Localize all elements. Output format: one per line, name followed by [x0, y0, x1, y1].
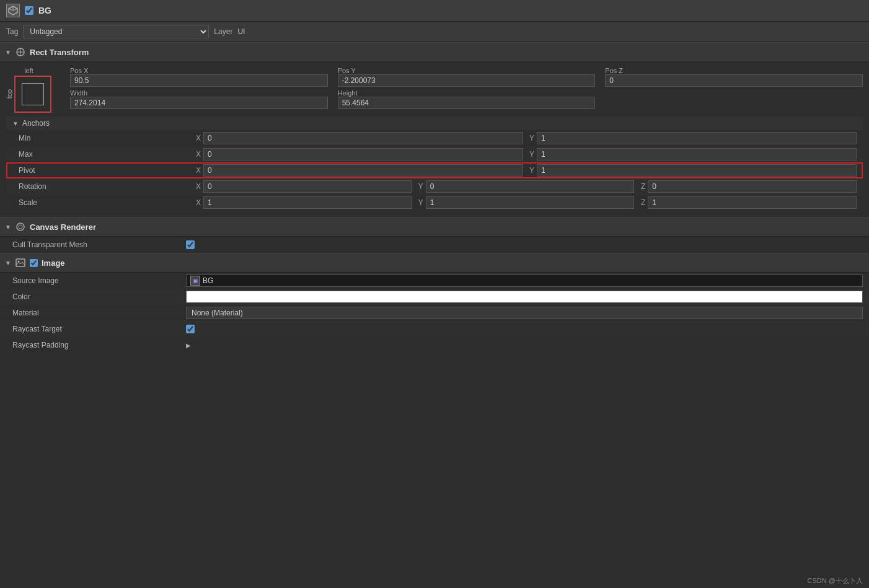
material-value: None (Material) [186, 307, 863, 319]
rotation-z-input[interactable] [648, 180, 857, 193]
canvas-renderer-icon [15, 221, 26, 232]
anchors-min-x-label: X [192, 134, 201, 143]
anchors-label: Anchors [22, 119, 50, 128]
material-input[interactable]: None (Material) [186, 307, 863, 319]
anchors-min-label: Min [19, 134, 192, 143]
pos-y-input[interactable] [338, 74, 596, 87]
source-image-row: Source Image ▣ BG [0, 273, 869, 289]
svg-point-7 [17, 223, 24, 230]
tag-layer-row: Tag Untagged Layer UI [0, 22, 869, 42]
width-label: Width [70, 89, 328, 97]
scale-x-input[interactable] [203, 196, 412, 209]
anchors-max-x-input[interactable] [203, 148, 523, 160]
scale-label: Scale [19, 198, 192, 207]
raycast-padding-label: Raycast Padding [12, 341, 186, 349]
pos-y-label: Pos Y [338, 67, 596, 74]
pivot-x-input[interactable] [203, 164, 523, 177]
collapse-arrow: ▼ [5, 49, 11, 55]
image-active-checkbox[interactable] [30, 259, 38, 267]
rect-transform-content: left top Pos X Pos Y [0, 62, 869, 217]
rotation-y-input[interactable] [426, 180, 635, 193]
svg-line-2 [13, 9, 17, 11]
pivot-fields: X Y [192, 164, 857, 177]
svg-rect-9 [16, 259, 25, 266]
scale-x-label: X [192, 198, 201, 207]
width-input[interactable] [70, 97, 328, 109]
canvas-renderer-content: Cull Transparent Mesh [0, 237, 869, 253]
cube-icon [6, 4, 20, 17]
svg-point-8 [19, 225, 22, 229]
anchors-group-header[interactable]: ▼ Anchors [6, 116, 863, 130]
canvas-renderer-header[interactable]: ▼ Canvas Renderer [0, 217, 869, 237]
footer-watermark: CSDN @十么卜入 [801, 574, 869, 588]
source-image-name: BG [203, 276, 213, 285]
scale-z-label: Z [637, 198, 645, 207]
anchors-collapse-arrow: ▼ [12, 120, 19, 126]
object-active-checkbox[interactable] [25, 6, 33, 15]
pos-z-input[interactable] [605, 74, 863, 87]
anchors-min-y-input[interactable] [537, 132, 857, 144]
height-input[interactable] [338, 97, 596, 109]
object-name: BG [38, 6, 51, 15]
raycast-target-value [186, 325, 863, 333]
rect-transform-title: Rect Transform [30, 48, 89, 57]
pivot-y-input[interactable] [537, 164, 857, 177]
material-name: None (Material) [192, 309, 243, 317]
color-row: Color [0, 289, 869, 305]
pos-x-group: Pos X [70, 67, 328, 87]
anchors-min-fields: X Y [192, 132, 857, 144]
cull-transparent-mesh-label: Cull Transparent Mesh [12, 240, 186, 249]
source-image-input[interactable]: ▣ BG [186, 274, 863, 287]
image-section-header[interactable]: ▼ Image [0, 253, 869, 273]
source-image-value: ▣ BG [186, 274, 863, 287]
rotation-z-label: Z [637, 182, 645, 191]
anchors-max-fields: X Y [192, 148, 857, 160]
layer-label: Layer [214, 27, 232, 36]
anchors-max-y-input[interactable] [537, 148, 857, 160]
scale-row: Scale X Y Z [6, 195, 863, 211]
tag-label: Tag [6, 27, 18, 36]
color-value [186, 291, 863, 303]
cull-transparent-mesh-checkbox[interactable] [186, 240, 195, 249]
layer-value: UI [237, 27, 245, 36]
pivot-x-label: X [192, 166, 201, 175]
anchors-min-row: Min X Y [6, 130, 863, 146]
scale-y-label: Y [415, 198, 423, 207]
anchor-diagram-inner: top [6, 76, 51, 113]
width-group: Width [70, 89, 328, 109]
anchor-label-left: top [6, 89, 13, 99]
anchor-diagram-row: left top Pos X Pos Y [6, 67, 863, 113]
anchor-box[interactable] [14, 76, 51, 113]
tag-dropdown[interactable]: Untagged [23, 25, 209, 38]
anchors-min-x-input[interactable] [203, 132, 523, 144]
raycast-target-checkbox[interactable] [186, 325, 195, 333]
rotation-row: Rotation X Y Z [6, 178, 863, 195]
material-row: Material None (Material) [0, 305, 869, 321]
rotation-x-input[interactable] [203, 180, 412, 193]
rotation-x-label: X [192, 182, 201, 191]
anchor-label-top: left [24, 67, 33, 74]
anchors-max-x-label: X [192, 150, 201, 159]
scale-fields: X Y Z [192, 196, 857, 209]
raycast-padding-arrow[interactable]: ▶ [186, 342, 192, 348]
pivot-y-label: Y [526, 166, 534, 175]
rotation-label: Rotation [19, 182, 192, 191]
pivot-row: Pivot X Y [6, 162, 863, 178]
color-preview[interactable] [186, 291, 863, 303]
anchors-max-row: Max X Y [6, 146, 863, 162]
height-label: Height [338, 89, 596, 97]
rotation-y-label: Y [415, 182, 423, 191]
rect-transform-header[interactable]: ▼ Rect Transform [0, 42, 869, 62]
image-title: Image [42, 258, 65, 268]
height-group: Height [338, 89, 596, 109]
anchors-max-y-label: Y [526, 150, 534, 159]
anchor-box-inner [22, 83, 44, 105]
pos-x-input[interactable] [70, 74, 328, 87]
source-image-icon: ▣ [190, 276, 200, 286]
image-icon [15, 257, 26, 268]
material-label: Material [12, 309, 186, 317]
raycast-target-label: Raycast Target [12, 325, 186, 333]
scale-z-input[interactable] [648, 196, 857, 209]
pos-z-label: Pos Z [605, 67, 863, 74]
scale-y-input[interactable] [426, 196, 635, 209]
